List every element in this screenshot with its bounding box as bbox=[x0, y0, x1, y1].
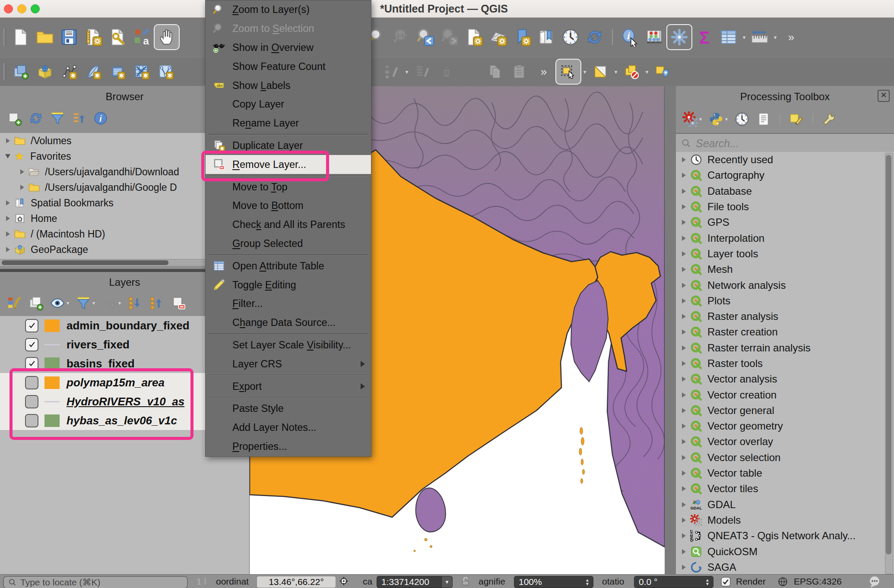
toolbox-group-saga[interactable]: SAGA bbox=[676, 560, 894, 574]
toolbox-group-cartography[interactable]: Cartography bbox=[676, 168, 894, 183]
select-features-icon[interactable] bbox=[555, 59, 581, 85]
expander-icon[interactable] bbox=[682, 283, 686, 288]
toolbox-group-file-tools[interactable]: File tools bbox=[676, 199, 894, 215]
expander-icon[interactable] bbox=[682, 376, 686, 382]
toolbar-grip[interactable] bbox=[3, 28, 6, 46]
expander-icon[interactable] bbox=[682, 251, 686, 256]
menu-item-show-in-overview[interactable]: Show in Overview bbox=[206, 38, 371, 57]
toolbox-group-raster-analysis[interactable]: Raster analysis bbox=[676, 309, 894, 324]
remove-layer-icon[interactable] bbox=[168, 292, 189, 314]
mouse-position-icon[interactable] bbox=[339, 576, 351, 587]
new-3d-map-view-icon[interactable] bbox=[486, 25, 510, 49]
maximize-window-icon[interactable] bbox=[31, 4, 40, 13]
expander-icon[interactable] bbox=[682, 408, 686, 413]
layer-checkbox[interactable] bbox=[25, 414, 38, 427]
menu-item-remove-layer[interactable]: Remove Layer... bbox=[206, 155, 371, 174]
toolbox-group-raster-creation[interactable]: Raster creation bbox=[676, 324, 894, 340]
menu-item-duplicate-layer[interactable]: Duplicate Layer bbox=[206, 136, 371, 155]
expander-icon[interactable] bbox=[682, 518, 686, 523]
expander-icon[interactable] bbox=[682, 486, 686, 491]
expander-icon[interactable] bbox=[682, 455, 686, 460]
toolbox-group-mesh[interactable]: Mesh bbox=[676, 262, 894, 277]
menu-item-move-to-bottom[interactable]: Move to Bottom bbox=[206, 196, 371, 215]
options-icon[interactable] bbox=[818, 108, 840, 130]
statistical-summary-icon[interactable] bbox=[642, 25, 666, 49]
close-panel-icon[interactable]: ✕ bbox=[878, 90, 890, 102]
expander-icon[interactable] bbox=[682, 549, 686, 554]
expander-icon[interactable] bbox=[20, 169, 24, 174]
toolbox-group-network-analysis[interactable]: Network analysis bbox=[676, 277, 894, 293]
toolbox-group-models[interactable]: Models bbox=[676, 512, 894, 528]
minimize-window-icon[interactable] bbox=[17, 4, 26, 13]
open-attribute-table-dropdown-icon[interactable]: ▾ bbox=[741, 25, 748, 49]
magnifier-spinner[interactable]: ▲▼ bbox=[583, 577, 592, 587]
browser-add-layers-icon[interactable] bbox=[3, 107, 25, 129]
expander-icon[interactable] bbox=[682, 471, 686, 476]
expander-icon[interactable] bbox=[682, 392, 686, 398]
menu-item-show-feature-count[interactable]: Show Feature Count bbox=[206, 57, 371, 76]
refresh-icon[interactable] bbox=[583, 25, 607, 49]
processing-toolbox-icon[interactable] bbox=[666, 24, 692, 50]
models-menu-icon[interactable] bbox=[679, 108, 701, 130]
layer-checkbox[interactable] bbox=[25, 395, 38, 408]
expander-icon[interactable] bbox=[682, 220, 686, 225]
toggle-editing-dropdown-icon[interactable]: ▾ bbox=[403, 60, 410, 84]
expander-icon[interactable] bbox=[682, 173, 686, 178]
results-viewer-icon[interactable] bbox=[753, 108, 774, 130]
toolbox-group-interpolation[interactable]: Interpolation bbox=[676, 230, 894, 246]
toolbox-group-layer-tools[interactable]: Layer tools bbox=[676, 246, 894, 262]
menu-item-move-to-top[interactable]: Move to Top bbox=[206, 177, 371, 196]
toolbox-group-gdal[interactable]: GDAL GDAL bbox=[676, 497, 894, 512]
style-manager-icon[interactable]: a bbox=[130, 25, 154, 49]
manage-themes-dropdown-icon[interactable]: ▾ bbox=[67, 300, 73, 306]
toolbox-group-vector-general[interactable]: Vector general bbox=[676, 403, 894, 418]
temporal-controller-icon[interactable] bbox=[558, 25, 583, 49]
expander-icon[interactable] bbox=[682, 267, 686, 272]
toolbox-group-vector-geometry[interactable]: Vector geometry bbox=[676, 418, 894, 434]
expander-icon[interactable] bbox=[6, 247, 10, 252]
expander-icon[interactable] bbox=[6, 138, 10, 143]
new-print-layout-icon[interactable] bbox=[81, 25, 105, 49]
add-mesh-icon[interactable] bbox=[154, 60, 178, 84]
rotation-spinner[interactable]: ▲▼ bbox=[703, 577, 712, 587]
select-by-location-icon[interactable] bbox=[650, 60, 675, 84]
show-layout-manager-icon[interactable] bbox=[105, 25, 130, 49]
messages-icon[interactable] bbox=[867, 576, 884, 587]
expander-icon[interactable] bbox=[682, 157, 686, 162]
identify-features-icon[interactable]: i bbox=[618, 25, 642, 49]
toolbox-group-qneat3-qgis-network-analy[interactable]: QNEAT QNEAT3 - Qgis Network Analy... bbox=[676, 528, 894, 544]
python-console-dropdown-icon[interactable]: ▾ bbox=[725, 116, 731, 122]
layer-styling-icon[interactable] bbox=[3, 292, 25, 314]
menu-item-zoom-to-layer-s[interactable]: Zoom to Layer(s) bbox=[206, 0, 371, 19]
history-icon[interactable] bbox=[731, 108, 753, 130]
expander-icon[interactable] bbox=[682, 329, 686, 335]
toolbar-grip-2[interactable] bbox=[3, 63, 6, 80]
toolbox-group-plots[interactable]: Plots bbox=[676, 293, 894, 309]
zoom-previous-icon[interactable] bbox=[413, 25, 437, 49]
new-map-view-icon[interactable] bbox=[462, 25, 486, 49]
menu-item-rename-layer[interactable]: Rename Layer bbox=[206, 114, 371, 133]
magnifier-input[interactable]: 100% ▲▼ bbox=[514, 576, 593, 588]
layer-checkbox[interactable] bbox=[25, 319, 38, 332]
menu-item-check-and-all-its-parents[interactable]: Check and All its Parents bbox=[206, 215, 371, 234]
expander-icon[interactable] bbox=[682, 565, 686, 570]
expander-icon[interactable] bbox=[682, 424, 686, 429]
toolbox-group-raster-tools[interactable]: Raster tools bbox=[676, 356, 894, 371]
toolbox-group-vector-table[interactable]: Vector table bbox=[676, 465, 894, 481]
toolbox-scrollbar[interactable] bbox=[885, 153, 893, 574]
add-layer-icon[interactable] bbox=[9, 60, 33, 84]
browser-refresh-icon[interactable] bbox=[25, 107, 47, 129]
lock-scale-icon[interactable] bbox=[460, 576, 472, 587]
menu-item-toggle-editing[interactable]: Toggle Editing bbox=[206, 275, 371, 294]
layer-checkbox[interactable] bbox=[25, 338, 38, 351]
locator-input[interactable]: Type to locate (⌘K) bbox=[3, 576, 188, 588]
add-spatialite-icon[interactable] bbox=[81, 60, 105, 84]
crs-value[interactable]: EPSG:4326 bbox=[794, 575, 842, 588]
expander-icon[interactable] bbox=[682, 361, 686, 366]
add-geopackage-icon[interactable] bbox=[33, 60, 57, 84]
expander-icon[interactable] bbox=[682, 298, 686, 303]
menu-item-open-attribute-table[interactable]: Open Attribute Table bbox=[206, 256, 371, 275]
menu-item-add-layer-notes[interactable]: Add Layer Notes... bbox=[206, 418, 371, 437]
filter-legend-dropdown-icon[interactable]: ▾ bbox=[92, 300, 98, 306]
expander-icon[interactable] bbox=[20, 185, 24, 190]
